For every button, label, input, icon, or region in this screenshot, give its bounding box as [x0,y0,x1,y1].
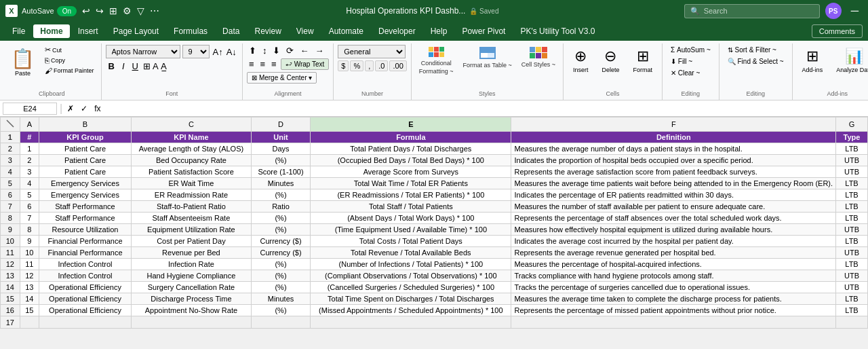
cell-definition[interactable]: Represents the percentage of staff absen… [511,213,836,224]
cell-num[interactable]: 4 [20,178,39,189]
text-direction-button[interactable]: ⟳ [284,45,296,56]
header-type[interactable]: Type [836,132,868,143]
row-num-17[interactable]: 17 [1,316,20,329]
row-num-11[interactable]: 11 [1,247,20,259]
cell-definition[interactable]: Indicates the average cost incurred by t… [511,236,836,247]
cell-formula[interactable]: (Compliant Observations / Total Observat… [311,270,511,282]
cell-unit[interactable]: (%) [251,189,310,201]
col-header-f[interactable]: F [511,117,836,132]
col-header-e[interactable]: E [311,117,511,132]
format-as-table-button[interactable]: Format as Table ~ [460,45,515,71]
cell-num[interactable]: 13 [20,282,39,293]
cell-group[interactable]: Emergency Services [39,189,131,201]
name-box[interactable] [3,103,57,115]
row-num-9[interactable]: 9 [1,224,20,236]
cell-unit[interactable]: Minutes [251,178,310,189]
cell-group[interactable]: Emergency Services [39,178,131,189]
cell-unit[interactable]: (%) [251,270,310,282]
conditional-formatting-button[interactable]: Conditional Formatting ~ [416,45,457,77]
menu-insert[interactable]: Insert [71,24,105,38]
row-num-5[interactable]: 5 [1,178,20,189]
cell-definition[interactable]: Measures the number of staff available p… [511,201,836,213]
underline-button[interactable]: U [130,60,141,72]
cell-unit[interactable]: Score (1-100) [251,166,310,178]
cell-name[interactable]: Surgery Cancellation Rate [131,282,251,293]
cell-group[interactable]: Patient Care [39,143,131,155]
cell-formula[interactable]: (Absent Days / Total Work Days) * 100 [311,213,511,224]
wrap-text-button[interactable]: ⮐ Wrap Text [281,58,330,70]
cell-type[interactable]: LTB [836,201,868,213]
cell-unit[interactable]: (%) [251,224,310,236]
row-num-14[interactable]: 14 [1,282,20,293]
align-center-button[interactable]: ≡ [258,58,267,70]
col-header-c[interactable]: C [131,117,251,132]
cell-type[interactable]: LTB [836,189,868,201]
autosum-button[interactable]: Σ AutoSum ~ [667,45,715,55]
row-num-10[interactable]: 10 [1,236,20,247]
paste-button[interactable]: 📋 Paste [7,45,39,79]
cell-formula[interactable]: Total Wait Time / Total ER Patients [311,178,511,189]
cell-group[interactable]: Resource Utilization [39,224,131,236]
cell-type[interactable]: UTB [836,155,868,166]
header-unit[interactable]: Unit [251,132,310,143]
decrease-decimal-button[interactable]: .0 [375,60,388,71]
cell-name[interactable]: ER Readmission Rate [131,189,251,201]
delete-button[interactable]: ⊖ Delete [596,45,625,76]
analyze-data-button[interactable]: 📊 Analyze Data [831,45,868,76]
merge-center-button[interactable]: ⊠ Merge & Center ▾ [247,72,317,84]
cell-group[interactable]: Infection Control [39,270,131,282]
cell-unit[interactable]: Days [251,143,310,155]
cell-unit[interactable]: (%) [251,259,310,270]
more-icon[interactable]: ⋯ [149,4,161,18]
cell-unit[interactable]: (%) [251,155,310,166]
header-kpi-group[interactable]: KPI Group [39,132,131,143]
cell-unit[interactable]: Currency ($) [251,247,310,259]
cell-group[interactable]: Financial Performance [39,236,131,247]
menu-help[interactable]: Help [424,24,454,38]
row-num-3[interactable]: 3 [1,155,20,166]
indent-increase-button[interactable]: → [313,45,326,56]
format-button[interactable]: ⊞ Format [627,45,658,76]
align-left-button[interactable]: ≡ [247,58,256,70]
formula-input[interactable] [106,105,866,113]
cell-name[interactable]: Discharge Process Time [131,293,251,305]
align-bottom-button[interactable]: ⬇ [271,45,282,56]
italic-button[interactable]: I [119,60,127,72]
empty-cell[interactable] [836,316,868,329]
format-painter-button[interactable]: 🖌 Format Painter [42,66,97,75]
empty-cell[interactable] [39,316,131,329]
col-header-g[interactable]: G [836,117,868,132]
row-num-1[interactable]: 1 [1,132,20,143]
cell-group[interactable]: Patient Care [39,155,131,166]
cell-num[interactable]: 8 [20,224,39,236]
cell-unit[interactable]: Currency ($) [251,236,310,247]
row-num-6[interactable]: 6 [1,189,20,201]
increase-font-button[interactable]: A↑ [212,47,224,57]
row-num-16[interactable]: 16 [1,305,20,316]
cell-formula[interactable]: Average Score from Surveys [311,166,511,178]
insert-button[interactable]: ⊕ Insert [568,45,594,76]
cell-formula[interactable]: (Occupied Bed Days / Total Bed Days) * 1… [311,155,511,166]
col-header-d[interactable]: D [251,117,310,132]
cell-group[interactable]: Operational Efficiency [39,293,131,305]
cell-type[interactable]: LTB [836,305,868,316]
cell-name[interactable]: Staff-to-Patient Ratio [131,201,251,213]
undo-icon[interactable]: ↩ [81,4,92,18]
cell-num[interactable]: 3 [20,166,39,178]
empty-cell[interactable] [131,316,251,329]
row-num-7[interactable]: 7 [1,201,20,213]
cell-num[interactable]: 12 [20,270,39,282]
cell-name[interactable]: ER Wait Time [131,178,251,189]
cut-button[interactable]: ✂ Cut [42,45,97,55]
increase-decimal-button[interactable]: .00 [389,60,406,71]
align-middle-button[interactable]: ↕ [260,45,269,56]
cell-formula[interactable]: (Number of Infections / Total Patients) … [311,259,511,270]
menu-developer[interactable]: Developer [372,24,422,38]
empty-cell[interactable] [251,316,310,329]
cell-type[interactable]: UTB [836,166,868,178]
cell-formula[interactable]: Total Costs / Total Patient Days [311,236,511,247]
cell-definition[interactable]: Represents the average satisfaction scor… [511,166,836,178]
font-color-button[interactable]: A̲ [161,61,167,71]
cell-unit[interactable]: (%) [251,305,310,316]
menu-review[interactable]: Review [248,24,288,38]
